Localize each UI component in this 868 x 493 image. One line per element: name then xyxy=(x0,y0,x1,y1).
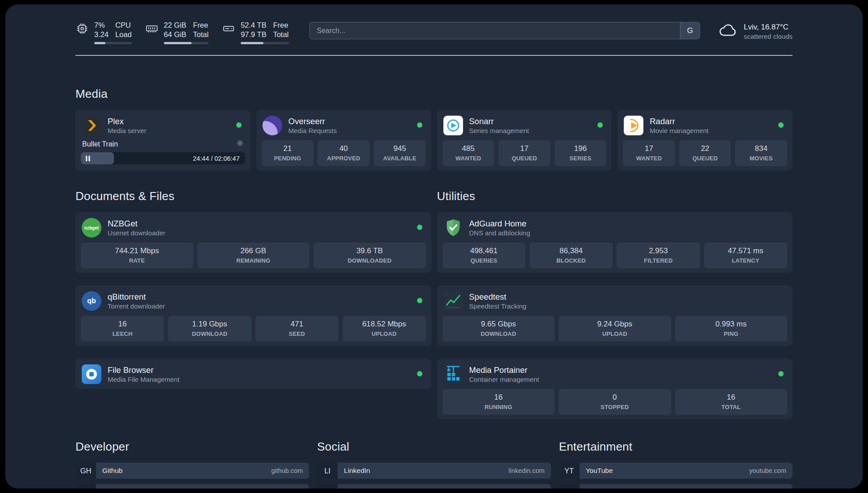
memory-free-value: 22 GiB xyxy=(164,21,186,30)
adguard-header[interactable]: AdGuard Home DNS and adblocking xyxy=(442,217,788,238)
nzbget-icon-text: nzbget xyxy=(84,226,99,230)
speedtest-header[interactable]: Speedtest Speedtest Tracking xyxy=(442,290,788,311)
stat-value: 17 xyxy=(500,144,549,154)
stat-value: 471 xyxy=(257,319,337,329)
stat-download: 1.19 Gbps DOWNLOAD xyxy=(168,316,251,342)
bookmark-netflix[interactable]: NF Netflix netflix.com xyxy=(559,484,793,489)
card-qbittorrent: qb qBittorrent Torrent downloader 16 LEE… xyxy=(75,285,431,346)
stat-value: 47.571 ms xyxy=(706,246,785,256)
stat-label: BLOCKED xyxy=(531,257,611,264)
nzbget-subtitle: Usenet downloader xyxy=(108,229,165,237)
stat-value: 17 xyxy=(625,144,673,154)
stat-download: 9.65 Gbps DOWNLOAD xyxy=(442,316,555,342)
filebrowser-name: File Browser xyxy=(108,365,179,375)
radarr-stats: 17 WANTED 22 QUEUED 834 MOVIES xyxy=(623,140,787,166)
card-adguard: AdGuard Home DNS and adblocking 498,461 … xyxy=(437,212,793,273)
pause-icon[interactable] xyxy=(85,155,91,162)
stat-value: 2,953 xyxy=(618,246,698,256)
section-title-utilities: Utilities xyxy=(437,189,793,203)
plex-header[interactable]: Plex Media server xyxy=(81,114,245,136)
stat-value: 16 xyxy=(677,393,786,402)
stat-label: RATE xyxy=(83,257,192,264)
weather-widget: Lviv, 16.87°C scattered clouds xyxy=(718,21,793,42)
stat-filtered: 2,953 FILTERED xyxy=(617,242,700,268)
filebrowser-status-dot xyxy=(417,371,422,376)
cpu-usage-value: 7% xyxy=(94,21,108,30)
stat-remaining: 266 GB REMAINING xyxy=(197,242,310,268)
bookmark-abbr: GH xyxy=(75,463,96,479)
search-input[interactable] xyxy=(309,22,700,39)
cpu-label: CPU xyxy=(115,21,132,30)
stat-value: 16 xyxy=(83,319,162,329)
stat-label: UPLOAD xyxy=(560,330,669,338)
plex-name: Plex xyxy=(108,116,146,126)
memory-widget: 22 GiB 64 GiB Free Total xyxy=(145,21,209,44)
stat-value: 0 xyxy=(560,393,669,402)
stat-value: 9.65 Gbps xyxy=(444,319,553,329)
sonarr-header[interactable]: Sonarr Series management xyxy=(442,114,607,136)
cpu-widget: 7% 3.24 CPU Load xyxy=(75,21,132,44)
stat-label: DOWNLOADED xyxy=(315,257,424,264)
bookmark-abbr: SO xyxy=(75,484,96,489)
overseerr-name: Overseerr xyxy=(288,116,337,126)
bookmark-linkedin[interactable]: LI LinkedIn linkedin.com xyxy=(317,463,551,479)
qbittorrent-icon-text: qb xyxy=(87,297,96,305)
sonarr-subtitle: Series management xyxy=(469,126,529,135)
media-grid: Plex Media server Bullet Train xyxy=(75,110,793,171)
plex-subtitle: Media server xyxy=(108,126,146,135)
stat-label: WANTED xyxy=(444,155,493,162)
portainer-name: Media Portainer xyxy=(469,365,539,375)
qbittorrent-header[interactable]: qb qBittorrent Torrent downloader xyxy=(81,290,426,311)
stat-label: PENDING xyxy=(263,155,312,162)
stat-label: WANTED xyxy=(625,155,673,162)
search-bar: G xyxy=(309,22,700,39)
radarr-header[interactable]: Radarr Movie management xyxy=(623,114,787,136)
stat-wanted: 17 WANTED xyxy=(623,140,675,166)
filebrowser-icon xyxy=(82,364,101,384)
stat-queries: 498,461 QUERIES xyxy=(442,242,526,268)
speedtest-stats: 9.65 Gbps DOWNLOAD 9.24 Gbps UPLOAD 0.99… xyxy=(442,316,788,342)
bookmark-name: LinkedIn xyxy=(344,467,370,475)
portainer-icon xyxy=(443,364,463,384)
stat-upload: 9.24 Gbps UPLOAD xyxy=(559,316,671,342)
disk-free-label: Free xyxy=(273,21,289,30)
card-radarr: Radarr Movie management 17 WANTED 22 QUE… xyxy=(618,110,793,171)
nzbget-name: NZBGet xyxy=(108,218,165,229)
stat-wanted: 485 WANTED xyxy=(442,140,495,166)
stat-label: REMAINING xyxy=(199,257,308,264)
plex-progress-bar[interactable]: 24:44 / 02:06:47 xyxy=(81,152,245,164)
bookmark-stackoverflow[interactable]: SO StackOverflow stackoverflow.com xyxy=(75,484,309,489)
stat-available: 945 AVAILABLE xyxy=(374,140,426,166)
stat-value: 21 xyxy=(263,144,312,154)
filebrowser-header[interactable]: File Browser Media File Management xyxy=(81,363,426,384)
qbittorrent-subtitle: Torrent downloader xyxy=(108,302,165,310)
stat-rate: 744.21 Mbps RATE xyxy=(81,242,193,268)
dashboard-panel: 7% 3.24 CPU Load xyxy=(5,4,863,489)
gear-icon[interactable] xyxy=(236,139,244,149)
qbittorrent-icon: qb xyxy=(82,291,101,311)
overseerr-header[interactable]: Overseerr Media Requests xyxy=(262,114,426,136)
stat-stopped: 0 STOPPED xyxy=(559,389,671,415)
bookmark-youtube[interactable]: YT YouTube youtube.com xyxy=(559,463,793,479)
bookmark-twitter[interactable]: TW Twitter twitter.com xyxy=(317,484,551,489)
overseerr-status-dot xyxy=(417,122,422,128)
search-provider-button[interactable]: G xyxy=(680,22,700,39)
overseerr-stats: 21 PENDING 40 APPROVED 945 AVAILABLE xyxy=(262,140,426,166)
sonarr-stats: 485 WANTED 17 QUEUED 196 SERIES xyxy=(442,140,607,166)
stat-ping: 0.993 ms PING xyxy=(675,316,788,342)
section-title-developer: Developer xyxy=(75,440,309,454)
cpu-usage-bar xyxy=(94,42,132,44)
radarr-subtitle: Movie management xyxy=(650,126,709,135)
portainer-header[interactable]: Media Portainer Container management xyxy=(442,363,788,384)
bookmark-domain: github.com xyxy=(271,467,303,474)
bookmark-github[interactable]: GH Github github.com xyxy=(75,463,309,479)
nzbget-header[interactable]: nzbget NZBGet Usenet downloader xyxy=(81,217,426,238)
stat-label: QUEUED xyxy=(681,155,730,162)
disk-total-label: Total xyxy=(273,30,289,39)
disk-widget: 52.4 TB 97.9 TB Free Total xyxy=(222,21,288,44)
portainer-status-dot xyxy=(778,371,784,376)
overseerr-icon xyxy=(263,116,282,135)
stat-label: TOTAL xyxy=(677,403,786,411)
stat-movies: 834 MOVIES xyxy=(735,140,787,166)
bookmark-domain: linkedin.com xyxy=(509,467,545,474)
